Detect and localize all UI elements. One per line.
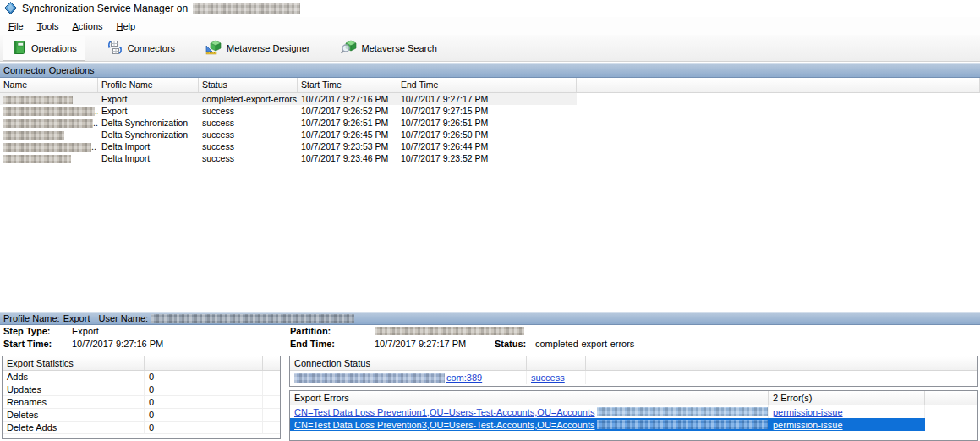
redacted-connector-name	[3, 143, 91, 152]
start-time-cell: 10/7/2017 9:26:51 PM	[298, 117, 397, 129]
export-statistics-header: Export Statistics	[3, 356, 280, 371]
operation-row[interactable]: Delta Synchronization success 10/7/2017 …	[0, 129, 980, 141]
connector-operations-caption-label: Connector Operations	[3, 65, 95, 75]
status-cell: success	[199, 117, 298, 129]
profile-detail-caption: Profile Name: Export User Name:	[0, 312, 980, 325]
profile-name-cell: Export	[98, 93, 199, 105]
stat-label: Delete Adds	[3, 422, 145, 433]
stat-label: Adds	[3, 371, 145, 383]
sync-service-manager-window: Synchronization Service Manager on File …	[0, 0, 980, 441]
operation-row[interactable]: Delta Import success 10/7/2017 9:23:46 P…	[0, 152, 980, 164]
redacted-server-name	[193, 3, 300, 14]
operations-table: Name Profile Name Status Start Time End …	[0, 78, 980, 164]
end-time-cell: 10/7/2017 9:26:51 PM	[397, 117, 577, 129]
stat-label: Updates	[3, 383, 145, 395]
redacted-server-endpoint	[294, 373, 445, 383]
end-time-cell: 10/7/2017 9:27:15 PM	[397, 105, 577, 117]
export-statistics-panel: Export Statistics Adds 0 Updates 0 Renam…	[2, 356, 281, 439]
permission-issue-link[interactable]: permission-issue	[773, 407, 843, 417]
stat-label: Renames	[3, 396, 145, 408]
start-time-label: Start Time:	[3, 339, 52, 349]
redacted-connector-name	[3, 107, 95, 116]
operations-icon	[11, 40, 26, 57]
end-time-cell: 10/7/2017 9:23:52 PM	[397, 152, 577, 164]
status-cell: completed-export-errors	[199, 93, 298, 105]
title-bar: Synchronization Service Manager on	[0, 0, 980, 17]
error-dn-link[interactable]: CN=Test Data Loss Prevention1,OU=Users-T…	[294, 406, 595, 418]
operations-button[interactable]: Operations	[3, 36, 85, 61]
menu-file[interactable]: File	[2, 19, 30, 34]
status-cell: success	[199, 129, 298, 141]
connection-status-panel: Connection Status com:389 success	[289, 356, 978, 387]
menu-tools[interactable]: Tools	[30, 19, 66, 34]
operation-row[interactable]: .. Delta Synchronization success 10/7/20…	[0, 117, 980, 129]
column-header-start-time[interactable]: Start Time	[298, 78, 397, 92]
column-header-status[interactable]: Status	[199, 78, 298, 92]
export-error-row[interactable]: CN=Test Data Loss Prevention1,OU=Users-T…	[290, 405, 977, 418]
connectors-button[interactable]: Connectors	[99, 36, 183, 61]
metaverse-designer-button-label: Metaverse Designer	[227, 43, 309, 53]
connection-status-header: Connection Status	[290, 356, 977, 371]
profile-name-label: Profile Name:	[3, 313, 60, 324]
stat-value: 0	[145, 383, 263, 395]
stat-value: 0	[145, 371, 263, 383]
end-time-cell: 10/7/2017 9:26:50 PM	[397, 129, 577, 141]
menu-actions[interactable]: Actions	[65, 19, 109, 34]
export-errors-header: Export Errors 2 Error(s)	[290, 391, 977, 405]
start-time-cell: 10/7/2017 9:26:52 PM	[298, 105, 397, 117]
connectors-button-label: Connectors	[128, 43, 175, 53]
step-type-label: Step Type:	[3, 326, 50, 336]
server-endpoint-link[interactable]: com:389	[446, 372, 482, 384]
operations-button-label: Operations	[31, 43, 77, 53]
end-time-cell: 10/7/2017 9:27:17 PM	[397, 93, 577, 105]
metaverse-designer-button[interactable]: Metaverse Designer	[197, 36, 318, 61]
redacted-dn-suffix	[597, 407, 769, 416]
operation-row[interactable]: .. Export success 10/7/2017 9:26:52 PM 1…	[0, 105, 980, 117]
export-errors-header-label: Export Errors	[290, 391, 769, 405]
redacted-connector-name	[3, 155, 71, 163]
profile-name-value: Export	[63, 313, 90, 324]
profile-name-cell: Delta Synchronization	[98, 117, 199, 129]
stat-row: Renames 0	[3, 396, 280, 409]
end-time-label: End Time:	[290, 339, 335, 349]
menu-help[interactable]: Help	[110, 19, 143, 34]
name-ellipsis: ..	[93, 118, 98, 128]
start-time-cell: 10/7/2017 9:27:16 PM	[298, 93, 397, 105]
operation-row[interactable]: .. Delta Import success 10/7/2017 9:23:5…	[0, 141, 980, 152]
operation-row[interactable]: Export completed-export-errors 10/7/2017…	[0, 93, 980, 105]
profile-name-cell: Delta Import	[98, 141, 199, 152]
connection-status-row: com:389 success	[290, 371, 977, 384]
column-header-filler	[577, 78, 980, 92]
metaverse-search-button[interactable]: Metaverse Search	[332, 36, 446, 61]
stat-row: Adds 0	[3, 371, 280, 383]
start-time-cell: 10/7/2017 9:23:53 PM	[298, 141, 397, 152]
stat-row: Delete Adds 0	[3, 422, 280, 434]
error-dn-link[interactable]: CN=Test Data Loss Prevention3,OU=Users-T…	[294, 419, 595, 431]
end-time-value: 10/7/2017 9:27:17 PM	[375, 339, 466, 349]
start-time-cell: 10/7/2017 9:23:46 PM	[298, 152, 397, 164]
stat-row: Updates 0	[3, 383, 280, 396]
connection-success-link[interactable]: success	[531, 372, 565, 383]
start-time-cell: 10/7/2017 9:26:45 PM	[298, 129, 397, 141]
user-name-label: User Name:	[98, 313, 148, 324]
column-header-profile-name[interactable]: Profile Name	[98, 78, 199, 92]
export-errors-panel: Export Errors 2 Error(s) CN=Test Data Lo…	[289, 390, 978, 441]
partition-label: Partition:	[290, 326, 331, 336]
permission-issue-link[interactable]: permission-issue	[773, 420, 843, 430]
operations-table-header: Name Profile Name Status Start Time End …	[0, 78, 980, 93]
profile-name-cell: Export	[98, 105, 199, 117]
column-header-name[interactable]: Name	[0, 78, 98, 92]
redacted-connector-name	[3, 131, 64, 140]
redacted-connector-name	[3, 96, 73, 104]
status-label: Status:	[495, 339, 526, 349]
export-error-row-selected[interactable]: CN=Test Data Loss Prevention3,OU=Users-T…	[290, 418, 977, 431]
stat-value: 0	[145, 396, 263, 408]
column-header-end-time[interactable]: End Time	[397, 78, 577, 92]
stat-row: Deletes 0	[3, 409, 280, 422]
main-toolbar: Operations Connectors	[0, 35, 980, 62]
connector-operations-caption: Connector Operations	[0, 63, 980, 78]
name-ellipsis: ..	[91, 141, 96, 152]
export-statistics-header-label: Export Statistics	[3, 356, 145, 370]
status-cell: success	[199, 105, 298, 117]
redacted-dn-suffix	[597, 420, 769, 429]
